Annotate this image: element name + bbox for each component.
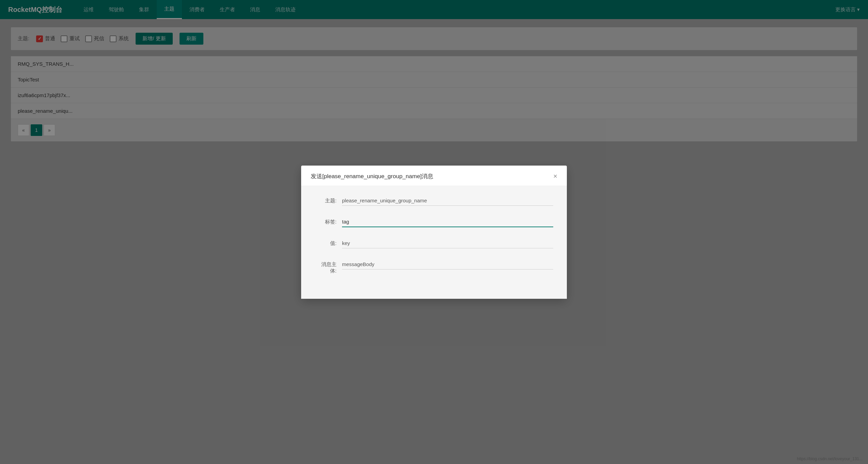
topic-label: 主题: [315,196,342,204]
body-input[interactable] [342,259,553,269]
send-message-modal: 发送[please_rename_unique_group_name]消息 × … [301,166,567,299]
value-label: 值: [315,238,342,247]
modal-header: 发送[please_rename_unique_group_name]消息 × [301,166,567,186]
topic-input[interactable] [342,196,553,206]
topic-form-group: 主题: [315,196,553,206]
tag-form-group: 标签: [315,217,553,227]
body-label: 消息主体: [315,259,342,274]
body-form-group: 消息主体: [315,259,553,274]
modal-overlay: 发送[please_rename_unique_group_name]消息 × … [0,0,868,464]
tag-label: 标签: [315,217,342,225]
modal-close-button[interactable]: × [553,173,557,180]
value-input[interactable] [342,238,553,248]
value-form-group: 值: [315,238,553,248]
tag-input[interactable] [342,217,553,227]
modal-body: 主题: 标签: 值: 消息主体: [301,186,567,299]
modal-title: 发送[please_rename_unique_group_name]消息 [311,172,433,180]
